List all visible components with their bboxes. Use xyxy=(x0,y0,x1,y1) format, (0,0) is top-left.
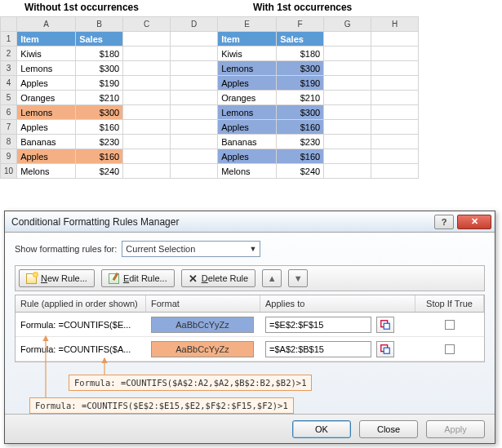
cell[interactable] xyxy=(324,32,371,47)
cell[interactable]: $300 xyxy=(277,61,324,76)
cell[interactable] xyxy=(324,91,371,105)
move-down-button[interactable]: ▼ xyxy=(288,269,308,287)
cell[interactable] xyxy=(171,47,218,61)
cell[interactable] xyxy=(171,61,218,76)
cell[interactable]: Apples xyxy=(17,149,76,164)
cell[interactable] xyxy=(123,120,171,135)
row-header[interactable]: 7 xyxy=(1,120,17,135)
cell[interactable]: $160 xyxy=(76,120,123,135)
cell[interactable]: $210 xyxy=(277,91,324,105)
cell[interactable] xyxy=(123,135,171,149)
col-header-F[interactable]: F xyxy=(277,17,324,32)
cell[interactable]: Sales xyxy=(277,32,324,47)
cell[interactable]: Sales xyxy=(76,32,123,47)
cell[interactable]: Kiwis xyxy=(218,47,277,61)
new-rule-button[interactable]: New Rule... xyxy=(19,269,95,287)
help-button[interactable]: ? xyxy=(434,215,454,229)
cell[interactable]: Lemons xyxy=(218,105,277,120)
cell[interactable] xyxy=(171,32,218,47)
scope-select[interactable]: Current Selection ▼ xyxy=(122,241,260,257)
row-header[interactable]: 9 xyxy=(1,149,17,164)
cell[interactable] xyxy=(123,164,171,179)
cell[interactable] xyxy=(123,105,171,120)
row-header[interactable]: 3 xyxy=(1,61,17,76)
close-dialog-button[interactable]: Close xyxy=(359,420,418,438)
cell[interactable] xyxy=(371,164,419,179)
col-header-G[interactable]: G xyxy=(324,17,371,32)
cell[interactable]: Melons xyxy=(17,164,76,179)
col-header-A[interactable]: A xyxy=(17,17,76,32)
cell[interactable]: Apples xyxy=(17,120,76,135)
rule-row[interactable]: Formula: =COUNTIFS($A...AaBbCcYyZz=$A$2:… xyxy=(16,337,484,362)
cell[interactable]: $240 xyxy=(277,164,324,179)
edit-rule-button[interactable]: Edit Rule... xyxy=(101,269,175,287)
cell[interactable]: $190 xyxy=(277,76,324,91)
cell[interactable]: $160 xyxy=(277,120,324,135)
cell[interactable]: $300 xyxy=(277,105,324,120)
cell[interactable]: $240 xyxy=(76,164,123,179)
cell[interactable] xyxy=(371,135,419,149)
apply-button[interactable]: Apply xyxy=(426,420,485,438)
col-header-E[interactable]: E xyxy=(218,17,277,32)
cell[interactable] xyxy=(324,105,371,120)
cell[interactable] xyxy=(324,76,371,91)
cell[interactable] xyxy=(324,164,371,179)
cell[interactable]: Lemons xyxy=(17,105,76,120)
cell[interactable] xyxy=(123,91,171,105)
cell[interactable] xyxy=(123,76,171,91)
ok-button[interactable]: OK xyxy=(292,420,351,438)
col-header-D[interactable]: D xyxy=(171,17,218,32)
delete-rule-button[interactable]: ✕Delete Rule xyxy=(181,269,256,287)
cell[interactable] xyxy=(324,149,371,164)
cell[interactable] xyxy=(171,164,218,179)
applies-to-input[interactable]: =$E$2:$F$15 xyxy=(265,317,371,333)
cell[interactable]: Oranges xyxy=(17,91,76,105)
cell[interactable]: Melons xyxy=(218,164,277,179)
cell[interactable] xyxy=(371,120,419,135)
cell[interactable]: Oranges xyxy=(218,91,277,105)
cell[interactable]: $300 xyxy=(76,61,123,76)
cell[interactable]: $180 xyxy=(277,47,324,61)
row-header[interactable]: 6 xyxy=(1,105,17,120)
close-button[interactable]: ✕ xyxy=(457,215,491,229)
cell[interactable] xyxy=(171,135,218,149)
cell[interactable] xyxy=(371,76,419,91)
col-header-C[interactable]: C xyxy=(123,17,171,32)
range-selector-button[interactable] xyxy=(376,341,394,357)
row-header[interactable]: 4 xyxy=(1,76,17,91)
row-header[interactable]: 2 xyxy=(1,47,17,61)
cell[interactable] xyxy=(371,105,419,120)
cell[interactable] xyxy=(123,32,171,47)
stop-if-true-checkbox[interactable] xyxy=(445,344,455,354)
cell[interactable] xyxy=(371,149,419,164)
cell[interactable]: Lemons xyxy=(17,61,76,76)
range-selector-button[interactable] xyxy=(376,317,394,333)
cell[interactable]: $230 xyxy=(277,135,324,149)
cell[interactable]: Lemons xyxy=(218,61,277,76)
applies-to-input[interactable]: =$A$2:$B$15 xyxy=(265,341,371,357)
cell[interactable]: Apples xyxy=(218,149,277,164)
cell[interactable] xyxy=(371,47,419,61)
cell[interactable] xyxy=(324,61,371,76)
dialog-titlebar[interactable]: Conditional Formatting Rules Manager ? ✕ xyxy=(5,211,495,233)
cell[interactable] xyxy=(371,91,419,105)
cell[interactable]: Bananas xyxy=(17,135,76,149)
cell[interactable] xyxy=(171,76,218,91)
cell[interactable] xyxy=(171,149,218,164)
cell[interactable]: Item xyxy=(218,32,277,47)
move-up-button[interactable]: ▲ xyxy=(262,269,282,287)
stop-if-true-checkbox[interactable] xyxy=(445,320,455,330)
cell[interactable]: $160 xyxy=(277,149,324,164)
cell[interactable]: $230 xyxy=(76,135,123,149)
cell[interactable] xyxy=(324,47,371,61)
cell[interactable]: Item xyxy=(17,32,76,47)
cell[interactable] xyxy=(324,120,371,135)
row-header[interactable]: 5 xyxy=(1,91,17,105)
row-header[interactable]: 1 xyxy=(1,32,17,47)
cell[interactable]: Apples xyxy=(218,76,277,91)
cell[interactable]: Apples xyxy=(17,76,76,91)
cell[interactable]: $300 xyxy=(76,105,123,120)
row-header[interactable]: 10 xyxy=(1,164,17,179)
col-header-H[interactable]: H xyxy=(371,17,419,32)
cell[interactable]: $190 xyxy=(76,76,123,91)
